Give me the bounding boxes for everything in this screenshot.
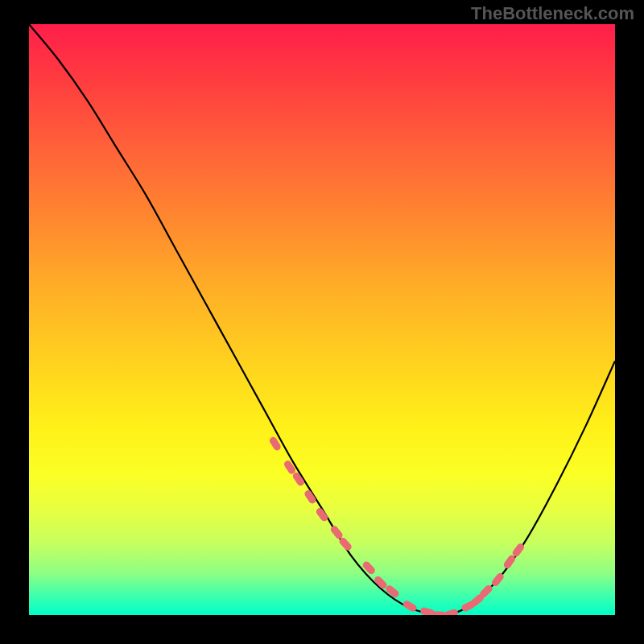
marker-point — [315, 506, 329, 522]
marker-point — [361, 560, 377, 576]
watermark-text: TheBottleneck.com — [471, 3, 634, 24]
marker-group — [268, 436, 526, 615]
marker-point — [385, 584, 401, 598]
chart-svg — [29, 24, 615, 615]
marker-point — [443, 609, 459, 615]
bottleneck-curve-line — [29, 24, 615, 615]
marker-point — [283, 460, 296, 476]
chart-plot-area — [29, 24, 615, 615]
marker-point — [329, 524, 344, 540]
